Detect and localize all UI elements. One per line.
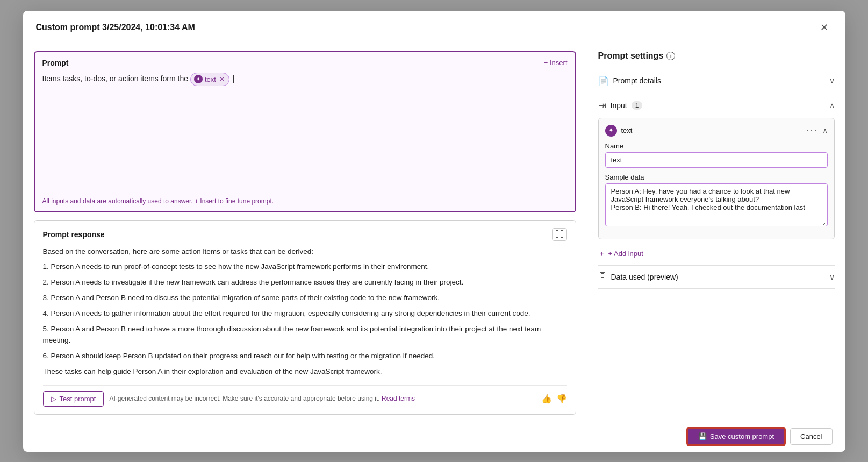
data-used-left: 🗄 Data used (preview) [598, 272, 678, 282]
dialog-body: Prompt + Insert Items tasks, to-dos, or … [23, 42, 845, 421]
response-item-5: 5. Person A and Person B need to have a … [43, 324, 567, 346]
test-label: Test prompt [60, 395, 96, 403]
response-box: Prompt response ⛶ Based on the conversat… [34, 220, 576, 415]
response-header: Prompt response ⛶ [43, 228, 567, 241]
prompt-label: Prompt [42, 59, 69, 67]
input-count-badge: 1 [632, 101, 643, 110]
prompt-details-label: Prompt details [613, 76, 661, 85]
read-terms-link[interactable]: Read terms [382, 395, 415, 402]
insert-button[interactable]: + Insert [544, 59, 568, 67]
input-chevron: ∧ [829, 101, 835, 110]
settings-title-text: Prompt settings [598, 51, 664, 61]
text-chip[interactable]: ✦ text ✕ [190, 73, 229, 87]
prompt-box: Prompt + Insert Items tasks, to-dos, or … [34, 51, 576, 212]
prompt-content: Items tasks, to-dos, or action items for… [42, 73, 568, 188]
hint-text2: to fine tune prompt. [216, 197, 274, 205]
input-card: ✦ text ··· ∧ Name [598, 118, 835, 239]
data-used-section: 🗄 Data used (preview) ∨ [598, 266, 835, 289]
chip-label: text [205, 74, 216, 85]
input-arrow-icon: ⇥ [598, 99, 606, 111]
left-panel: Prompt + Insert Items tasks, to-dos, or … [23, 42, 587, 421]
chip-icon: ✦ [194, 75, 203, 83]
input-card-header: ✦ text ··· ∧ [605, 125, 828, 137]
data-used-icon: 🗄 [598, 272, 607, 282]
prompt-box-header: Prompt + Insert [42, 59, 568, 67]
dialog: Custom prompt 3/25/2024, 10:01:34 AM ✕ P… [23, 11, 845, 452]
data-used-label: Data used (preview) [611, 273, 678, 281]
info-icon[interactable]: i [666, 52, 675, 60]
dialog-title: Custom prompt 3/25/2024, 10:01:34 AM [36, 23, 195, 32]
response-footer: ▷ Test prompt AI-generated content may b… [43, 385, 567, 407]
prompt-text-prefix: Items tasks, to-dos, or action items for… [42, 74, 189, 83]
chip-close-icon[interactable]: ✕ [219, 74, 225, 84]
response-item-6: 6. Person A should keep Person B updated… [43, 351, 567, 362]
input-left: ⇥ Input 1 [598, 99, 643, 111]
name-field-input[interactable] [605, 152, 828, 168]
prompt-details-chevron: ∨ [829, 76, 835, 85]
input-content: ✦ text ··· ∧ Name [598, 111, 835, 259]
input-chip-label: text [621, 126, 633, 134]
dialog-header: Custom prompt 3/25/2024, 10:01:34 AM ✕ [23, 11, 845, 42]
response-label: Prompt response [43, 230, 105, 239]
thumbs-down-button[interactable]: 👎 [556, 394, 567, 404]
response-intro: Based on the conversation, here are some… [43, 246, 567, 258]
thumbs-up-button[interactable]: 👍 [541, 394, 552, 404]
prompt-details-icon: 📄 [598, 76, 609, 86]
response-item-3: 3. Person A and Person B need to discuss… [43, 293, 567, 304]
input-chip-icon: ✦ [605, 125, 617, 137]
save-icon: 💾 [698, 432, 707, 440]
input-collapse-button[interactable]: ∧ [822, 126, 828, 135]
name-field-label: Name [605, 142, 828, 150]
input-card-left: ✦ text [605, 125, 633, 137]
test-icon: ▷ [51, 395, 56, 403]
prompt-hint: All inputs and data are automatically us… [42, 193, 568, 205]
input-label: Input [611, 101, 627, 110]
expand-icon[interactable]: ⛶ [552, 228, 567, 241]
input-more-button[interactable]: ··· [806, 125, 817, 136]
prompt-details-header[interactable]: 📄 Prompt details ∨ [598, 76, 835, 86]
text-cursor [233, 75, 234, 83]
sample-data-field-group: Sample data Person A: Hey, have you had … [605, 173, 828, 228]
data-used-header[interactable]: 🗄 Data used (preview) ∨ [598, 272, 835, 282]
response-text: Based on the conversation, here are some… [43, 246, 567, 378]
dialog-footer: 💾 Save custom prompt Cancel [23, 421, 845, 452]
cancel-button[interactable]: Cancel [790, 428, 832, 445]
sample-data-label: Sample data [605, 173, 828, 181]
hint-text: All inputs and data are automatically us… [42, 197, 195, 205]
response-conclusion: These tasks can help guide Person A in t… [43, 366, 567, 378]
response-item-1: 1. Person A needs to run proof-of-concep… [43, 261, 567, 273]
thumbs-container: 👍 👎 [541, 394, 567, 404]
settings-title: Prompt settings i [598, 51, 835, 61]
add-input-label: + Add input [608, 250, 643, 258]
test-prompt-button[interactable]: ▷ Test prompt [43, 391, 104, 407]
prompt-details-left: 📄 Prompt details [598, 76, 661, 86]
hint-insert: + Insert [195, 197, 216, 205]
add-input-row[interactable]: ＋ + Add input [598, 245, 835, 259]
data-used-chevron: ∨ [829, 273, 835, 281]
input-header[interactable]: ⇥ Input 1 ∧ [598, 99, 835, 111]
input-section: ⇥ Input 1 ∧ ✦ text [598, 93, 835, 266]
save-label: Save custom prompt [710, 432, 774, 440]
add-input-plus: ＋ [598, 249, 605, 259]
input-card-actions: ··· ∧ [806, 125, 827, 136]
name-field-group: Name [605, 142, 828, 168]
sample-data-textarea[interactable]: Person A: Hey, have you had a chance to … [605, 183, 828, 226]
response-item-4: 4. Person A needs to gather information … [43, 308, 567, 319]
close-button[interactable]: ✕ [816, 19, 833, 35]
save-custom-prompt-button[interactable]: 💾 Save custom prompt [687, 428, 785, 445]
prompt-details-section: 📄 Prompt details ∨ [598, 69, 835, 93]
response-item-2: 2. Person A needs to investigate if the … [43, 277, 567, 288]
right-panel: Prompt settings i 📄 Prompt details ∨ ⇥ [587, 42, 845, 421]
ai-disclaimer: AI-generated content may be incorrect. M… [109, 395, 535, 402]
